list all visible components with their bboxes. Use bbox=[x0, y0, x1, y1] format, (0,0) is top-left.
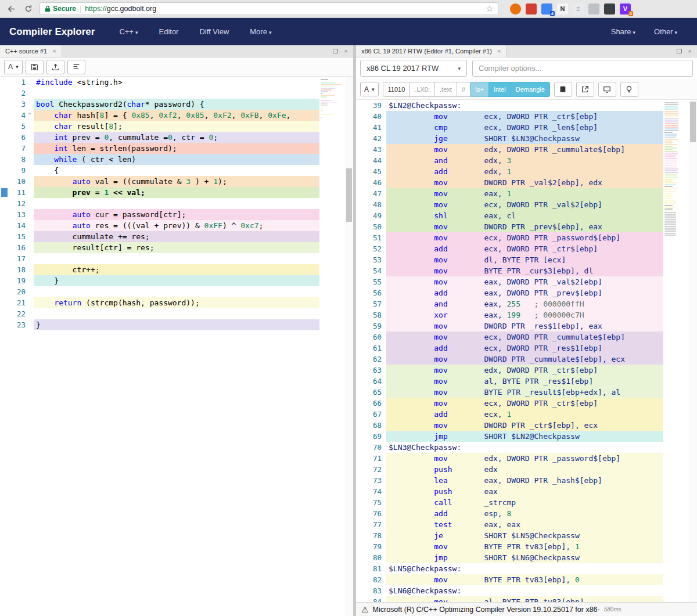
asm-line[interactable]: mov edx, DWORD PTR _ctr$[ebp] bbox=[386, 365, 663, 376]
source-tab[interactable]: C++ source #1 × bbox=[0, 45, 62, 57]
asm-line[interactable]: mov BYTE PTR tv83[ebp], 1 bbox=[386, 541, 663, 552]
line-number[interactable]: 14 bbox=[0, 220, 34, 231]
line-number[interactable]: 72 bbox=[356, 464, 386, 475]
asm-line[interactable]: shl eax, cl bbox=[386, 210, 663, 221]
source-line[interactable]: { bbox=[34, 165, 319, 176]
line-number[interactable]: 56 bbox=[356, 287, 386, 298]
save-button[interactable] bbox=[26, 60, 44, 74]
line-number[interactable]: 17 bbox=[0, 253, 34, 264]
line-number[interactable]: 49 bbox=[356, 210, 386, 221]
line-number[interactable]: 6 bbox=[0, 132, 34, 143]
line-number[interactable]: 67 bbox=[356, 409, 386, 420]
app-title[interactable]: Compiler Explorer bbox=[9, 26, 95, 38]
line-number[interactable]: 22 bbox=[0, 308, 34, 319]
line-number[interactable]: 78 bbox=[356, 530, 386, 541]
nav-item-other[interactable]: Other▾ bbox=[654, 27, 677, 36]
line-number[interactable]: 69 bbox=[356, 431, 386, 442]
source-line[interactable]: auto cur = password[ctr]; bbox=[34, 209, 319, 220]
asm-line[interactable]: mov dl, BYTE PTR [ecx] bbox=[386, 254, 663, 265]
source-line[interactable]: prev = 1 << val; bbox=[34, 187, 319, 198]
line-number[interactable]: 79 bbox=[356, 541, 386, 552]
asm-line[interactable]: add edx, 1 bbox=[386, 166, 663, 177]
line-number[interactable]: 12 bbox=[0, 198, 34, 209]
line-number[interactable]: 76 bbox=[356, 508, 386, 519]
source-line[interactable]: #include <string.h> bbox=[34, 77, 319, 88]
line-number[interactable]: 48 bbox=[356, 199, 386, 210]
line-number[interactable]: 81 bbox=[356, 563, 386, 574]
source-line[interactable]: } bbox=[34, 275, 319, 286]
asm-line[interactable]: mov eax, 1 bbox=[386, 188, 663, 199]
line-number[interactable]: 82 bbox=[356, 574, 386, 585]
ext-dark-camera-icon[interactable] bbox=[604, 3, 615, 15]
line-number[interactable]: 4^ bbox=[0, 110, 34, 121]
libraries-button[interactable] bbox=[554, 82, 572, 97]
line-number[interactable]: 23 bbox=[0, 319, 34, 330]
asm-line[interactable]: mov ecx, DWORD PTR _cummulate$[ebp] bbox=[386, 332, 663, 343]
reload-icon[interactable] bbox=[22, 2, 35, 15]
nav-item-share[interactable]: Share▾ bbox=[611, 27, 635, 36]
asm-line[interactable]: mov al, BYTE PTR _res$1[ebp] bbox=[386, 376, 663, 387]
line-number[interactable]: 57 bbox=[356, 298, 386, 309]
line-number[interactable]: 1 bbox=[0, 77, 34, 88]
asm-line[interactable]: jmp SHORT $LN2@Checkpassw bbox=[386, 431, 663, 442]
asm-line[interactable]: add eax, DWORD PTR _prev$[ebp] bbox=[386, 287, 663, 298]
line-number[interactable]: 47 bbox=[356, 188, 386, 199]
asm-line[interactable]: call _strcmp bbox=[386, 497, 663, 508]
line-number[interactable]: 63 bbox=[356, 365, 386, 376]
asm-line[interactable]: add ecx, DWORD PTR _res$1[ebp] bbox=[386, 343, 663, 354]
asm-line[interactable]: mov DWORD PTR _res$1[ebp], eax bbox=[386, 320, 663, 332]
asm-line[interactable]: push eax bbox=[386, 486, 663, 497]
line-number[interactable]: 8 bbox=[0, 154, 34, 165]
line-number[interactable]: 51 bbox=[356, 232, 386, 243]
line-number[interactable]: 13 bbox=[0, 209, 34, 220]
asm-line[interactable]: mov ecx, DWORD PTR _ctr$[ebp] bbox=[386, 398, 663, 409]
filter-whitespace[interactable]: \s+ bbox=[470, 82, 489, 97]
filter-demangle[interactable]: Demangle bbox=[511, 82, 550, 97]
source-line[interactable]: int prev = 0, cummulate =0, ctr = 0; bbox=[34, 132, 319, 143]
source-line[interactable]: while ( ctr < len) bbox=[34, 154, 319, 165]
source-line[interactable]: char result[8]; bbox=[34, 121, 319, 132]
line-number[interactable]: 10 bbox=[0, 176, 34, 187]
line-number[interactable]: 71 bbox=[356, 453, 386, 464]
asm-line[interactable]: cmp ecx, DWORD PTR _len$[ebp] bbox=[386, 122, 663, 133]
line-number[interactable]: 73 bbox=[356, 475, 386, 486]
line-number[interactable]: 21 bbox=[0, 297, 34, 308]
ext-orange-ball-icon[interactable] bbox=[510, 3, 521, 15]
asm-line[interactable]: and eax, 255 ; 000000ffH bbox=[386, 298, 663, 309]
line-number[interactable]: 3 bbox=[0, 99, 34, 110]
line-number[interactable]: 40 bbox=[356, 111, 386, 122]
line-number[interactable]: 52 bbox=[356, 243, 386, 254]
ext-red-grid-icon[interactable] bbox=[526, 3, 537, 15]
line-number[interactable]: 65 bbox=[356, 387, 386, 398]
source-line[interactable]: int len = strlen(password); bbox=[34, 143, 319, 154]
line-number[interactable]: 70 bbox=[356, 442, 386, 453]
line-number[interactable]: 77 bbox=[356, 519, 386, 530]
line-number[interactable]: 45 bbox=[356, 166, 386, 177]
maximize-icon[interactable] bbox=[677, 49, 682, 53]
line-number[interactable]: 9 bbox=[0, 165, 34, 176]
filter-binary[interactable]: 11010 bbox=[383, 82, 411, 97]
asm-line[interactable]: mov ecx, DWORD PTR _val$2[ebp] bbox=[386, 199, 663, 210]
filter-comments[interactable]: // bbox=[457, 82, 470, 97]
source-scrollbar[interactable] bbox=[345, 77, 353, 616]
line-number[interactable]: 62 bbox=[356, 354, 386, 365]
ext-purple-v-icon[interactable]: V4 bbox=[620, 3, 631, 15]
font-size-button[interactable]: A▾ bbox=[4, 60, 23, 74]
asm-tab-close-icon[interactable]: × bbox=[497, 48, 501, 55]
line-number[interactable]: 61 bbox=[356, 343, 386, 354]
asm-line[interactable]: add ecx, 1 bbox=[386, 409, 663, 420]
line-number[interactable]: 75 bbox=[356, 497, 386, 508]
asm-line[interactable]: mov ecx, DWORD PTR _ctr$[ebp] bbox=[386, 111, 663, 122]
asm-line[interactable]: add esp, 8 bbox=[386, 508, 663, 519]
filter-unused-labels[interactable]: .LX0: bbox=[409, 82, 435, 97]
asm-scrollbar-thumb[interactable] bbox=[690, 102, 696, 142]
format-button[interactable] bbox=[67, 60, 85, 74]
source-line[interactable]: auto val = ((cummulate & 3 ) + 1); bbox=[34, 176, 319, 187]
source-line[interactable]: char hash[8] = { 0x85, 0xf2, 0x85, 0xF2,… bbox=[34, 110, 319, 121]
asm-line[interactable]: mov eax, DWORD PTR _val$2[ebp] bbox=[386, 276, 663, 287]
source-minimap[interactable] bbox=[319, 77, 345, 616]
source-tab-close-icon[interactable]: × bbox=[52, 48, 56, 55]
source-line[interactable]: bool Checkpassword2(char* password) { bbox=[34, 99, 319, 110]
line-number[interactable]: 15 bbox=[0, 231, 34, 242]
asm-line[interactable]: mov BYTE PTR _cur$3[ebp], dl bbox=[386, 265, 663, 276]
